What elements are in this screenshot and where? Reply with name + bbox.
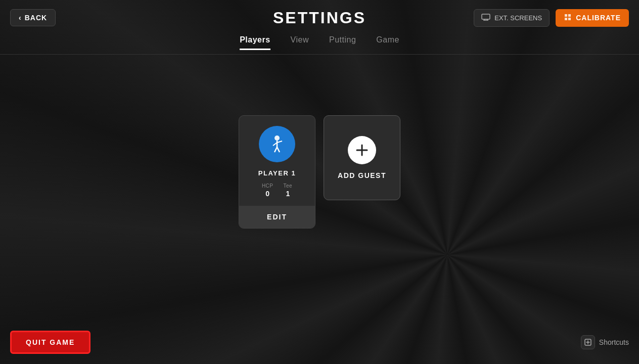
svg-rect-7 [568, 18, 571, 20]
edit-button[interactable]: EDIT [239, 206, 315, 228]
quit-game-button[interactable]: QUIT GAME [10, 331, 90, 354]
svg-rect-4 [565, 14, 567, 17]
calibrate-button[interactable]: CALIBRATE [556, 9, 629, 27]
svg-rect-0 [482, 14, 490, 19]
ext-screens-label: EXT. SCREENS [494, 14, 542, 22]
tee-label: Tee [284, 183, 293, 189]
hcp-stat: HCP 0 [262, 183, 273, 198]
player1-name: PLAYER 1 [258, 169, 296, 177]
calibrate-icon [564, 13, 572, 23]
back-button[interactable]: ‹ BACK [10, 9, 56, 26]
add-guest-label: ADD GUEST [338, 171, 386, 179]
monitor-icon [481, 14, 490, 22]
shortcuts-label: Shortcuts [599, 338, 629, 346]
tee-value: 1 [286, 190, 290, 198]
back-label: BACK [25, 14, 47, 22]
tab-players[interactable]: Players [240, 35, 270, 50]
svg-line-12 [275, 147, 277, 152]
shortcuts-button[interactable]: Shortcuts [581, 335, 629, 349]
tab-game[interactable]: Game [376, 35, 399, 50]
add-guest-card[interactable]: ADD GUEST [324, 115, 400, 200]
footer: QUIT GAME Shortcuts [10, 331, 629, 354]
hcp-value: 0 [265, 190, 269, 198]
add-guest-icon [348, 136, 376, 164]
hcp-label: HCP [262, 183, 273, 189]
header-right: EXT. SCREENS CALIBRATE [474, 9, 629, 27]
svg-rect-5 [568, 14, 571, 17]
player1-card-inner: PLAYER 1 HCP 0 Tee 1 [239, 116, 315, 206]
shortcuts-icon [581, 335, 595, 349]
player1-stats: HCP 0 Tee 1 [247, 183, 307, 198]
header: ‹ BACK SETTINGS EXT. SCREENS [0, 0, 639, 35]
player1-avatar [259, 126, 295, 162]
tee-stat: Tee 1 [284, 183, 293, 198]
svg-point-8 [275, 135, 280, 141]
header-center: SETTINGS [273, 10, 366, 26]
calibrate-label: CALIBRATE [576, 14, 621, 22]
tab-putting[interactable]: Putting [329, 35, 356, 50]
svg-line-13 [277, 147, 280, 152]
svg-rect-6 [565, 18, 567, 20]
page-title: SETTINGS [273, 10, 366, 26]
player1-card[interactable]: PLAYER 1 HCP 0 Tee 1 EDIT [239, 115, 315, 229]
nav-tabs: Players View Putting Game [0, 35, 639, 55]
back-chevron-icon: ‹ [19, 14, 22, 22]
tab-view[interactable]: View [291, 35, 309, 50]
ext-screens-button[interactable]: EXT. SCREENS [474, 9, 550, 27]
svg-line-11 [277, 141, 282, 143]
main-content: PLAYER 1 HCP 0 Tee 1 EDIT ADD GUEST [0, 55, 639, 229]
